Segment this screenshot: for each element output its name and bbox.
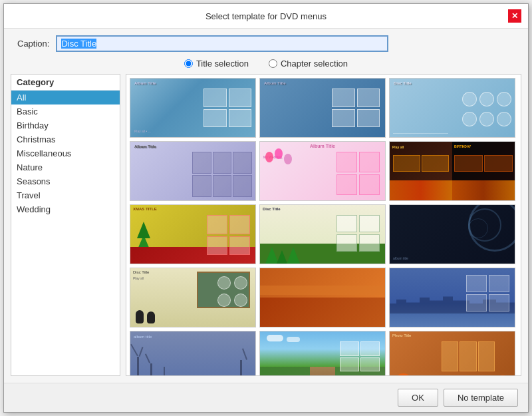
- caption-input[interactable]: [56, 35, 388, 52]
- template-thumb[interactable]: album title: [389, 204, 515, 264]
- sidebar-item-wedding[interactable]: Wedding: [11, 202, 120, 216]
- template-thumb[interactable]: [259, 268, 386, 327]
- title-selection-label: Title selection: [196, 59, 249, 69]
- chapter-selection-option[interactable]: Chapter selection: [269, 59, 348, 69]
- template-thumb[interactable]: Play all BIRTHDAY: [389, 141, 515, 201]
- sidebar-item-all[interactable]: All: [11, 91, 120, 104]
- sidebar-item-travel[interactable]: Travel: [11, 188, 120, 202]
- template-thumb[interactable]: Disc Title: [259, 204, 386, 264]
- template-thumb[interactable]: Album Title Play all • ...: [130, 78, 256, 138]
- template-thumb[interactable]: Album Title: [259, 78, 386, 138]
- main-content: Category All Basic Birthday Christmas Mi…: [4, 74, 528, 383]
- sidebar-item-christmas[interactable]: Christmas: [11, 132, 120, 146]
- sidebar-item-seasons[interactable]: Seasons: [11, 174, 120, 188]
- ok-button[interactable]: OK: [398, 389, 438, 407]
- dialog: Select template for DVD menus ✕ Caption:…: [3, 3, 529, 413]
- title-bar: Select template for DVD menus ✕: [4, 4, 528, 29]
- template-row: Album Title Play all • ... Album Title: [130, 78, 517, 138]
- template-thumb[interactable]: [259, 331, 386, 376]
- close-button[interactable]: ✕: [508, 9, 521, 23]
- template-grid[interactable]: Album Title Play all • ... Album Title: [126, 74, 521, 376]
- template-thumb[interactable]: Photo Title: [389, 331, 515, 376]
- template-thumb[interactable]: Disc Title Play all: [130, 268, 256, 327]
- template-row: Disc Title Play all: [130, 268, 517, 327]
- chapter-selection-radio[interactable]: [269, 59, 277, 68]
- title-selection-radio[interactable]: [184, 59, 193, 68]
- sidebar-item-birthday[interactable]: Birthday: [11, 118, 120, 132]
- radio-row: Title selection Chapter selection: [4, 56, 528, 74]
- caption-label: Caption:: [17, 39, 49, 49]
- template-thumb[interactable]: Album Title My Wedding...: [259, 141, 386, 201]
- caption-row: Caption:: [4, 29, 528, 56]
- dialog-footer: OK No template: [4, 383, 528, 412]
- title-selection-option[interactable]: Title selection: [184, 59, 249, 69]
- template-thumb[interactable]: [389, 268, 515, 327]
- template-row: album title: [130, 331, 517, 376]
- category-sidebar: Category All Basic Birthday Christmas Mi…: [11, 74, 120, 376]
- no-template-button[interactable]: No template: [444, 389, 518, 407]
- sidebar-item-nature[interactable]: Nature: [11, 160, 120, 174]
- sidebar-item-basic[interactable]: Basic: [11, 104, 120, 118]
- template-row: Album Title Album Title My Wedding...: [130, 141, 517, 201]
- dialog-title: Select template for DVD menus: [24, 11, 508, 21]
- template-row: XMAS TITLE: [130, 204, 517, 264]
- sidebar-item-miscellaneous[interactable]: Miscellaneous: [11, 146, 120, 160]
- sidebar-header: Category: [11, 75, 120, 91]
- template-thumb[interactable]: album title: [130, 331, 256, 376]
- template-thumb[interactable]: Album Title: [130, 141, 256, 201]
- chapter-selection-label: Chapter selection: [281, 59, 348, 69]
- template-thumb[interactable]: Disc Title: [389, 78, 515, 138]
- template-thumb[interactable]: XMAS TITLE: [130, 204, 256, 264]
